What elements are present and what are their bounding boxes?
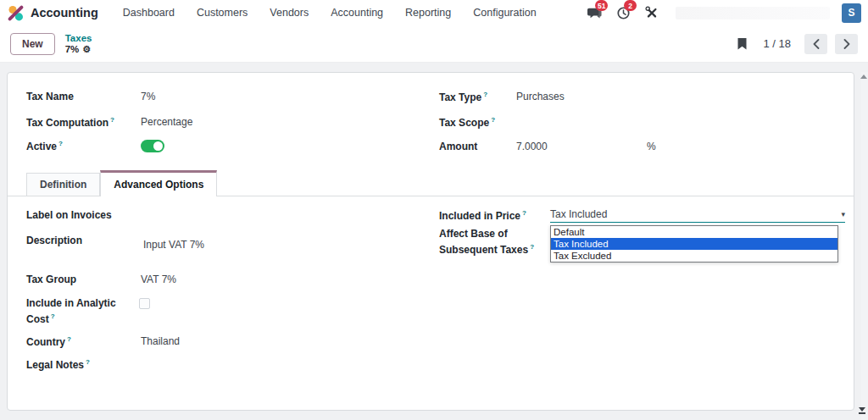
content-area: Tax Name 7% Tax Computation? Percentage … [0,63,868,420]
field-active: Active? [26,139,164,152]
tax-type-select[interactable]: Purchases [516,91,565,102]
scrollbar-up-arrow[interactable] [860,75,867,79]
new-button[interactable]: New [10,33,55,55]
tab-definition[interactable]: Definition [26,173,100,196]
tax-computation-select[interactable]: Percentage [141,116,192,128]
field-amount: Amount 7.0000 % [439,140,656,153]
help-icon[interactable]: ? [58,140,63,147]
tax-name-input[interactable]: 7% [141,91,155,102]
wrench-icon [645,6,659,19]
description-label: Description [26,235,141,246]
legal-notes-label: Legal Notes? [26,358,141,371]
tax-computation-label: Tax Computation? [26,116,141,129]
pager-next-button[interactable] [835,34,858,54]
scrollbar-bottom-handle[interactable] [859,407,865,414]
activities-badge: 2 [624,0,637,11]
affect-base-label: Affect Base of Subsequent Taxes? [439,228,542,257]
breadcrumb: Taxes 7% ⚙ [65,33,92,55]
accounting-app-icon [7,4,25,22]
description-value-row: Input VAT 7% [143,238,204,251]
user-avatar[interactable]: S [842,3,861,23]
field-label-on-invoices: Label on Invoices [26,208,141,222]
amount-label: Amount [439,141,516,152]
chevron-left-icon [813,39,820,49]
breadcrumb-taxes-link[interactable]: Taxes [65,33,92,44]
tax-group-select[interactable]: VAT 7% [141,274,176,285]
country-label: Country? [26,335,141,348]
included-in-price-dropdown: Default Tax Included Tax Excluded [550,225,838,262]
app-name: Accounting [31,6,98,19]
active-label: Active? [26,140,141,152]
company-name-redacted[interactable] [676,7,830,19]
messages-button[interactable]: 51 [586,4,603,21]
help-icon[interactable]: ? [51,312,55,320]
tax-type-label: Tax Type? [439,91,516,103]
dropdown-caret-icon: ▾ [841,210,845,218]
dropdown-option-tax-included[interactable]: Tax Included [551,238,837,250]
menu-configuration[interactable]: Configuration [462,7,547,19]
chevron-right-icon [843,39,850,49]
help-icon[interactable]: ? [491,116,495,124]
included-in-price-select[interactable]: Tax Included ▾ [550,206,845,223]
analytic-cost-checkbox[interactable] [139,298,150,309]
vertical-scrollbar[interactable] [861,72,868,420]
help-icon[interactable]: ? [110,116,114,124]
field-tax-type: Tax Type? Purchases [439,90,565,103]
description-input[interactable]: Input VAT 7% [143,239,204,251]
included-in-price-label: Included in Price? [439,209,526,222]
activities-button[interactable]: 2 [615,4,632,21]
country-select[interactable]: Thailand [141,335,180,347]
bookmark-icon[interactable] [737,37,748,51]
field-description: Description [26,234,141,247]
help-icon[interactable]: ? [530,243,534,251]
field-included-in-price: Included in Price? [439,208,526,222]
topbar-right: 51 2 S [586,3,861,23]
tax-form-sheet: Tax Name 7% Tax Computation? Percentage … [7,72,854,411]
tax-scope-label: Tax Scope? [439,116,516,129]
menu-vendors[interactable]: Vendors [259,7,320,19]
field-tax-scope: Tax Scope? [439,115,516,129]
menu-accounting[interactable]: Accounting [320,7,394,19]
app-switcher[interactable]: Accounting [7,4,98,22]
dropdown-option-tax-excluded[interactable]: Tax Excluded [551,250,837,262]
pager-previous-button[interactable] [804,34,827,54]
gear-icon[interactable]: ⚙ [82,44,91,55]
menu-customers[interactable]: Customers [186,7,259,19]
breadcrumb-current-record: 7% [65,44,80,55]
menu-reporting[interactable]: Reporting [394,7,462,19]
analytic-cost-label: Include in Analytic Cost? [26,297,121,326]
field-tax-name: Tax Name 7% [26,90,155,103]
messages-badge: 51 [595,0,608,11]
help-icon[interactable]: ? [67,335,71,343]
notebook-tabs: Definition Advanced Options [26,170,217,196]
dropdown-option-default[interactable]: Default [551,226,837,238]
tab-advanced-options[interactable]: Advanced Options [100,170,217,196]
help-icon[interactable]: ? [86,358,90,366]
help-icon[interactable]: ? [483,91,487,98]
control-panel: New Taxes 7% ⚙ 1 / 18 [0,25,868,63]
scroll-down-icon [859,407,865,412]
field-country: Country? Thailand [26,334,180,348]
main-menu: Dashboard Customers Vendors Accounting R… [112,7,548,19]
tax-name-label: Tax Name [26,91,141,102]
scroll-bar-icon [859,412,865,414]
amount-suffix: % [647,141,656,152]
pager: 1 / 18 [737,34,858,54]
debug-tools-button[interactable] [643,4,660,21]
top-navbar: Accounting Dashboard Customers Vendors A… [0,0,868,25]
field-legal-notes: Legal Notes? [26,357,141,371]
active-toggle[interactable] [141,140,164,152]
menu-dashboard[interactable]: Dashboard [112,7,186,19]
label-on-invoices-label: Label on Invoices [26,209,141,221]
help-icon[interactable]: ? [522,209,526,217]
field-tax-group: Tax Group VAT 7% [26,273,176,286]
amount-input[interactable]: 7.0000 [516,141,647,152]
toggle-knob [153,141,163,151]
pager-counter: 1 / 18 [763,37,791,50]
tax-group-label: Tax Group [26,274,141,285]
field-tax-computation: Tax Computation? Percentage [26,115,192,129]
included-in-price-value: Tax Included [550,208,607,220]
